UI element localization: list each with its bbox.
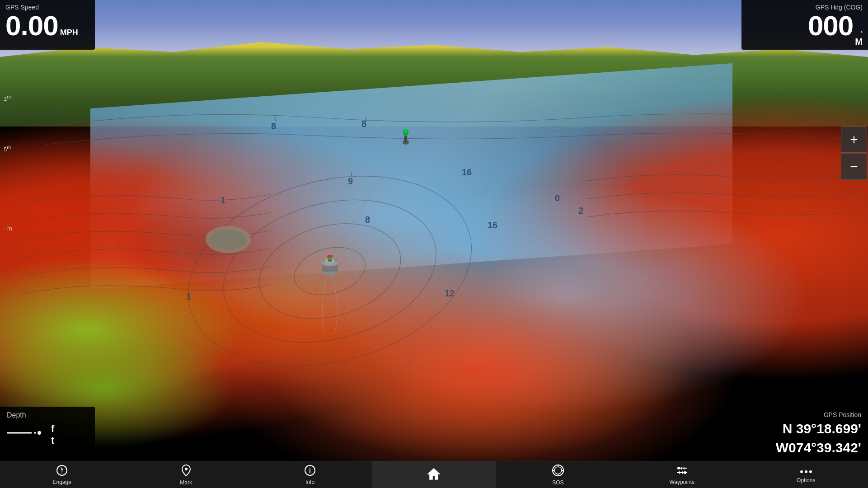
home-icon	[427, 468, 441, 482]
depth-marker-point1: .1m	[175, 251, 184, 259]
nav-item-waypoints[interactable]: Waypoints	[620, 461, 744, 488]
main-screen: 9 8 8 16 1 8 12 16 2 1 0 1 1 1 1m 5m - m…	[0, 0, 868, 488]
svg-rect-23	[327, 255, 333, 258]
svg-marker-35	[61, 470, 63, 474]
scale-5m: 5m	[4, 145, 11, 153]
nav-item-engage[interactable]: Engage	[0, 461, 124, 488]
map-area[interactable]: 9 8 8 16 1 8 12 16 2 1 0 1 1 1 1m 5m - m…	[0, 0, 868, 461]
depth-label-text: Depth	[7, 411, 88, 419]
depth-label-12: 12	[445, 288, 455, 299]
svg-point-27	[404, 129, 408, 133]
svg-point-48	[677, 467, 680, 469]
depth-label-8c: 8	[365, 215, 370, 225]
nav-marker-green	[401, 128, 411, 145]
gps-heading-widget: GPS Hdg (COG) 000 ° M	[741, 0, 868, 50]
depth-unit-t: t	[51, 435, 54, 446]
zoom-controls: + −	[841, 127, 868, 180]
svg-point-36	[185, 468, 188, 470]
pin-icon	[181, 464, 191, 479]
depth-label-1a: 1	[221, 195, 225, 206]
svg-point-55	[805, 470, 807, 473]
depth-chart-svg	[0, 0, 868, 461]
dots-icon	[799, 466, 813, 476]
nav-label-mark: Mark	[180, 479, 192, 486]
svg-text:i: i	[309, 467, 311, 474]
depth-sublabel-8a-sub: 1	[274, 117, 277, 122]
nav-label-info: Info	[305, 479, 314, 485]
depth-label-16a: 16	[462, 167, 472, 178]
nav-item-sos[interactable]: SOS	[496, 461, 620, 488]
svg-point-49	[684, 471, 686, 474]
depth-label-8a: 8	[271, 121, 276, 131]
nav-item-options[interactable]: Options	[744, 461, 868, 488]
zoom-out-button[interactable]: −	[841, 154, 867, 180]
zoom-in-button[interactable]: +	[841, 127, 867, 153]
gps-speed-unit-mph: MPH	[60, 28, 78, 38]
scale-m: - m	[4, 225, 12, 232]
depth-sublabel-8b-sub: 1	[365, 117, 367, 122]
gps-lat: N 39°18.699'	[735, 420, 861, 437]
depth-dash-indicator	[7, 428, 47, 441]
svg-point-16	[210, 230, 246, 249]
nav-label-engage: Engage	[53, 479, 71, 485]
depth-sublabel-9: 1	[350, 172, 353, 177]
nav-bar: Engage Mark i Info	[0, 461, 868, 488]
svg-marker-39	[428, 469, 440, 479]
svg-point-41	[554, 467, 562, 474]
nav-item-home[interactable]	[372, 461, 496, 488]
gps-speed-widget: GPS Speed 0.00 MPH	[0, 0, 95, 50]
boat-icon	[319, 251, 341, 280]
depth-label-2: 2	[578, 206, 583, 216]
scale-1m: 1m	[4, 94, 11, 102]
gps-lon: W074°39.342'	[735, 439, 861, 456]
svg-rect-10	[0, 54, 868, 461]
nav-label-options: Options	[797, 477, 815, 483]
depth-label-1b: 1	[186, 291, 191, 302]
depth-label-9: 9	[348, 176, 353, 187]
depth-unit-f: f	[51, 423, 54, 435]
gps-heading-value: 000	[808, 12, 853, 40]
nav-item-info[interactable]: i Info	[248, 461, 372, 488]
waypoints-icon	[675, 465, 689, 478]
gps-position-label: GPS Position	[735, 411, 861, 418]
depth-label-16b: 16	[488, 220, 497, 230]
nav-label-waypoints: Waypoints	[670, 479, 695, 485]
info-icon: i	[304, 465, 316, 478]
depth-label-0: 0	[555, 193, 560, 203]
gps-position-widget: GPS Position N 39°18.699' W074°39.342'	[728, 407, 868, 461]
svg-marker-34	[61, 466, 63, 470]
svg-point-32	[38, 431, 41, 435]
depth-widget: Depth f t	[0, 407, 95, 461]
nav-label-sos: SOS	[552, 479, 563, 486]
nav-item-mark[interactable]: Mark	[124, 461, 248, 488]
sos-icon	[551, 464, 565, 479]
gps-heading-unit: M	[855, 37, 863, 47]
svg-point-56	[809, 470, 812, 473]
gps-speed-value: 0.00	[5, 12, 58, 40]
svg-point-54	[800, 470, 803, 473]
compass-icon	[56, 465, 68, 478]
